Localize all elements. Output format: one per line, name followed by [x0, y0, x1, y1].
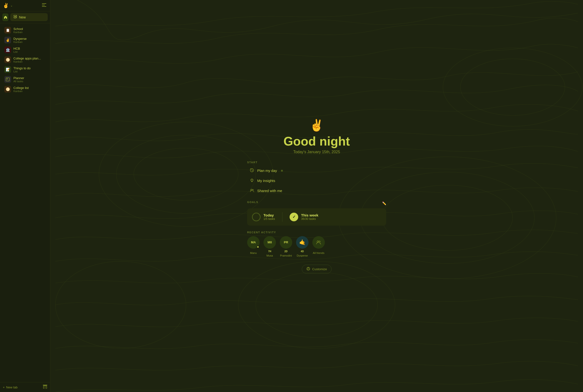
my-insights-label: My insights	[257, 178, 275, 183]
new-button-label: New	[19, 15, 26, 19]
today-goal-circle	[252, 213, 261, 221]
sidebar-item-dysperse[interactable]: ✌️ Dysperse Kanban	[1, 35, 49, 45]
activity-list: MA Manu MII 7H Musa PR	[247, 236, 386, 257]
dysperse-name: Dysperse	[297, 254, 308, 257]
hcb-name: HCB	[13, 47, 20, 50]
goals-header: GOALS ✏️	[247, 201, 386, 206]
new-tab-label: New tab	[6, 386, 18, 389]
pramodini-name: Pramodini	[280, 254, 292, 257]
plan-my-day-label: Plan my day	[257, 168, 277, 172]
archive-button[interactable]	[43, 385, 47, 390]
home-button[interactable]	[2, 14, 8, 21]
main-content-area: .tl{fill:none;stroke:#4a5a1a;stroke-widt…	[50, 0, 583, 392]
sidebar-item-college-apps[interactable]: 🌕 College apps plan... Kanban	[1, 55, 49, 64]
new-button[interactable]: New	[10, 13, 48, 21]
start-section: START Plan my day	[247, 161, 386, 196]
sidebar-item-planner[interactable]: Planner All tasks	[1, 74, 49, 84]
customize-label: Customize	[312, 267, 327, 271]
svg-point-17	[443, 48, 582, 126]
customize-icon	[306, 267, 310, 272]
dysperse-type: Kanban	[13, 40, 26, 44]
svg-point-9	[116, 135, 256, 214]
plan-my-day-item[interactable]: Plan my day	[247, 166, 386, 175]
college-list-name: College list	[13, 86, 29, 90]
school-type: Kanban	[13, 31, 23, 34]
svg-point-24	[319, 241, 320, 242]
college-apps-icon: 🌕	[4, 56, 11, 63]
plan-day-dot	[281, 170, 283, 172]
svg-rect-5	[7, 78, 8, 79]
school-name: School	[13, 27, 23, 31]
svg-point-13	[382, 185, 513, 250]
svg-point-18	[461, 59, 565, 115]
new-tab-button[interactable]: + New tab	[3, 386, 17, 389]
svg-rect-6	[43, 385, 47, 386]
things-to-do-icon: 📝	[4, 66, 11, 73]
today-goal-item: Today 1/5 tasks	[252, 213, 275, 221]
hcb-type: List	[13, 50, 20, 53]
all-friends-avatar	[312, 236, 325, 249]
activity-item-manu[interactable]: MA Manu	[247, 236, 260, 254]
svg-rect-0	[42, 3, 46, 4]
customize-button[interactable]: Customize	[302, 265, 331, 274]
sidebar: ✌️ ⌄	[0, 0, 50, 392]
sidebar-header: ✌️ ⌄	[0, 0, 50, 11]
svg-rect-4	[6, 78, 9, 81]
goals-section: GOALS ✏️ Today 1/5 tasks ✓	[247, 201, 386, 226]
insights-icon	[250, 178, 254, 184]
svg-point-16	[55, 261, 186, 348]
sidebar-item-college-list[interactable]: 🌕 College list Kanban	[1, 84, 49, 94]
check-icon: ✓	[292, 214, 296, 219]
sidebar-logo[interactable]: ✌️ ⌄	[3, 3, 13, 8]
activity-item-dysperse[interactable]: 🤙 4D Dysperse	[296, 236, 309, 257]
dysperse-icon: ✌️	[4, 37, 11, 44]
school-icon: 📋	[4, 27, 11, 34]
logo-emoji: ✌️	[3, 3, 9, 8]
greeting-emoji: ✌️	[309, 119, 324, 132]
all-friends-name: All friends	[313, 252, 324, 254]
sidebar-item-school[interactable]: 📋 School Kanban	[1, 26, 49, 35]
new-button-icon	[14, 15, 17, 19]
sidebar-footer: + New tab	[0, 382, 50, 392]
week-goal-circle: ✓	[290, 213, 298, 221]
manu-initials: MA	[251, 240, 256, 244]
college-apps-type: Kanban	[13, 60, 41, 63]
pramodini-badge: 2D	[285, 250, 288, 253]
sidebar-item-things-to-do[interactable]: 📝 Things to do List	[1, 65, 49, 74]
svg-point-10	[134, 148, 238, 200]
activity-item-musa[interactable]: MII 7H Musa	[263, 236, 276, 257]
shared-icon	[250, 188, 254, 194]
new-button-container: New	[0, 11, 50, 23]
activity-item-all-friends[interactable]: All friends	[312, 236, 325, 254]
shared-with-me-label: Shared with me	[257, 189, 282, 193]
dysperse-name: Dysperse	[13, 37, 26, 40]
planner-icon	[4, 76, 11, 83]
dysperse-badge: 4D	[301, 250, 304, 253]
sidebar-collapse-button[interactable]	[41, 2, 47, 9]
svg-point-27	[309, 269, 309, 270]
plan-day-icon	[250, 168, 254, 173]
shared-with-me-item[interactable]: Shared with me	[247, 186, 386, 196]
sidebar-item-hcb[interactable]: 🏦 HCB List	[1, 45, 49, 55]
manu-name: Manu	[250, 252, 257, 254]
college-apps-name: College apps plan...	[13, 56, 41, 60]
hcb-icon: 🏦	[4, 46, 11, 53]
week-goal-item: ✓ This week 36/30 tasks	[290, 213, 318, 221]
svg-point-22	[252, 189, 254, 190]
svg-point-23	[317, 241, 319, 242]
svg-point-21	[251, 189, 252, 190]
musa-initials: MII	[268, 240, 272, 244]
dysperse-icon: 🤙	[299, 239, 306, 246]
week-goal-count: 36/30 tasks	[301, 217, 318, 220]
my-insights-item[interactable]: My insights	[247, 176, 386, 185]
goals-edit-button[interactable]: ✏️	[382, 202, 386, 205]
start-items-list: Plan my day My insights	[247, 166, 386, 196]
manu-avatar: MA	[247, 236, 260, 249]
things-to-do-name: Things to do	[13, 66, 31, 70]
svg-point-26	[307, 269, 308, 270]
greeting-title: Good night	[283, 134, 350, 148]
musa-avatar: MII	[263, 236, 276, 249]
activity-item-pramodini[interactable]: PR 2D Pramodini	[280, 236, 292, 257]
week-goal-title: This week	[301, 213, 318, 217]
pramodini-initials: PR	[284, 240, 288, 244]
